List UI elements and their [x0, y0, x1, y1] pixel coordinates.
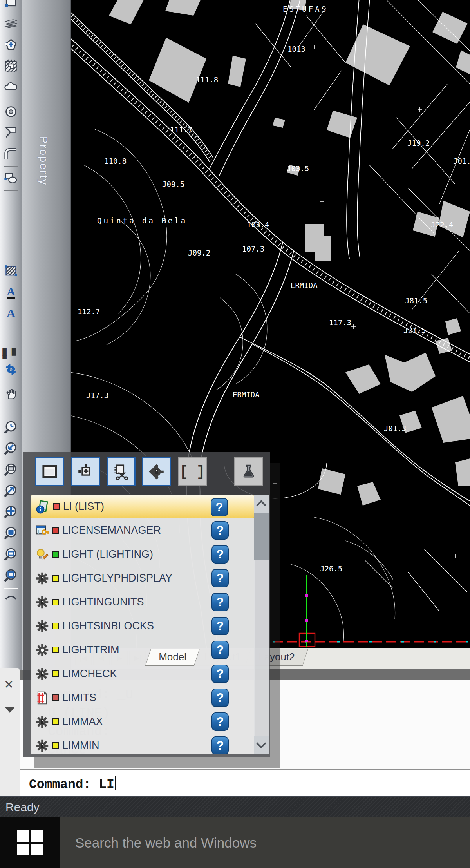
help-button[interactable]: ?: [212, 712, 229, 731]
building-footprints: [109, 0, 470, 506]
command-label: LIMCHECK: [62, 668, 117, 680]
map-label: ERMIDA: [233, 390, 260, 399]
command-window-grip: ✕: [0, 668, 20, 796]
map-label: Quinta da Bela: [97, 216, 187, 225]
undo-redo-icon[interactable]: [2, 361, 20, 379]
donut-icon[interactable]: [2, 103, 20, 121]
scroll-down-button[interactable]: [254, 736, 269, 754]
help-button[interactable]: ?: [212, 593, 229, 611]
start-button[interactable]: [0, 817, 60, 868]
command-color-swatch: [52, 623, 59, 629]
gear-lock-icon: [34, 618, 50, 634]
linetype-dots-icon[interactable]: ■ ■ ■ ■ ■: [2, 350, 20, 357]
help-button[interactable]: ?: [212, 736, 229, 754]
help-button[interactable]: ?: [212, 545, 229, 564]
map-label: J19.2: [407, 139, 430, 147]
sysvar-filter-icon[interactable]: [142, 457, 171, 486]
rectangle-grips-icon[interactable]: [2, 0, 20, 12]
zoom-center-icon[interactable]: [2, 503, 20, 521]
window-filter-icon[interactable]: [35, 457, 64, 486]
taskbar-search-input[interactable]: Search the web and Windows: [60, 817, 470, 868]
pan-hand-icon[interactable]: [2, 385, 20, 403]
polygon-icon[interactable]: [2, 36, 20, 54]
map-label: J81.5: [405, 296, 427, 305]
map-label: 111.8: [196, 75, 218, 84]
zoom-all-icon[interactable]: [2, 567, 20, 585]
scroll-up-button[interactable]: [254, 495, 269, 513]
map-label: J21.5: [403, 326, 426, 335]
layers-stack-icon[interactable]: [2, 15, 20, 33]
autocomplete-filter-toolbar: [ ]: [24, 452, 270, 493]
revcloud-icon[interactable]: [2, 78, 20, 96]
flyout-arc-icon[interactable]: [2, 591, 20, 602]
status-text: Ready: [5, 801, 40, 814]
command-label: LIGHTTRIM: [62, 644, 119, 656]
list-item[interactable]: LIGHTSINBLOCKS ?: [31, 614, 255, 638]
block-filter-icon[interactable]: [71, 457, 100, 486]
search-placeholder: Search the web and Windows: [75, 835, 257, 851]
fillet-icon[interactable]: [2, 145, 20, 163]
list-item[interactable]: LIGHTINGUNITS ?: [31, 590, 255, 614]
command-color-swatch: [52, 742, 59, 749]
help-button[interactable]: ?: [212, 641, 229, 659]
command-label: LI (LIST): [63, 500, 104, 513]
gear-lock-icon: [34, 714, 50, 730]
zoom-object-icon[interactable]: [2, 524, 20, 542]
zoom-window-icon[interactable]: [2, 461, 20, 479]
map-label: 107.3: [242, 245, 264, 253]
command-color-swatch: [52, 599, 59, 605]
tab-model[interactable]: Model: [145, 649, 200, 666]
lightbulb-pencil-icon: [34, 547, 50, 562]
text-icon[interactable]: A: [2, 304, 20, 322]
list-item[interactable]: LICENSEMANAGER ?: [31, 518, 255, 542]
zoom-extents-icon[interactable]: [2, 545, 20, 564]
list-item[interactable]: LIGHTGLYPHDISPLAY ?: [31, 566, 255, 590]
gear-lock-icon: [34, 594, 50, 610]
zoom-scale-icon[interactable]: [2, 482, 20, 500]
gear-lock-icon: [34, 666, 50, 682]
toolbar-divider: [4, 382, 18, 382]
scrollbar-thumb[interactable]: [254, 513, 269, 560]
hatch-icon[interactable]: [2, 262, 20, 280]
list-item[interactable]: LIMCHECK ?: [31, 662, 255, 686]
expression-filter-icon[interactable]: [ ]: [178, 457, 207, 486]
mtext-icon[interactable]: A: [2, 283, 20, 301]
help-button[interactable]: ?: [212, 617, 229, 635]
status-bar-texture: [0, 797, 470, 817]
boundary-hatch-icon[interactable]: [2, 57, 20, 75]
command-color-swatch: [52, 718, 59, 725]
cut-filter-icon[interactable]: [107, 457, 136, 486]
command-line[interactable]: Command: LI: [20, 769, 470, 796]
gear-icon: [34, 642, 50, 658]
zoom-previous-icon[interactable]: [2, 419, 20, 437]
command-input[interactable]: LI: [99, 777, 114, 792]
chevron-down-icon[interactable]: [5, 707, 15, 713]
list-item[interactable]: LIMMAX ?: [31, 710, 255, 734]
help-button[interactable]: ?: [212, 689, 229, 707]
license-manager-icon: [34, 523, 50, 538]
command-color-swatch: [52, 527, 59, 534]
map-label: J03.5: [287, 164, 309, 173]
toolbar-divider: [4, 588, 18, 589]
command-color-swatch: [52, 694, 59, 701]
map-label: J22.4: [431, 220, 453, 229]
list-item[interactable]: LIGHT (LIGHTING) ?: [31, 542, 255, 566]
command-color-swatch: [52, 670, 59, 677]
help-button[interactable]: ?: [212, 521, 229, 540]
help-button[interactable]: ?: [212, 569, 229, 587]
list-item[interactable]: LIMITS ?: [31, 686, 255, 710]
region-icon[interactable]: [2, 169, 20, 187]
list-item[interactable]: LIMMIN ?: [31, 734, 255, 754]
map-label: J01.3: [384, 424, 406, 433]
help-button[interactable]: ?: [211, 498, 228, 516]
help-button[interactable]: ?: [212, 665, 229, 683]
zoom-dynamic-icon[interactable]: [2, 440, 20, 458]
leader-icon[interactable]: [2, 124, 20, 142]
close-icon[interactable]: ✕: [4, 679, 14, 690]
status-bar: Ready: [0, 796, 470, 817]
command-color-swatch: [52, 551, 59, 558]
list-item[interactable]: LI (LIST) ?: [31, 495, 255, 518]
popup-scrollbar[interactable]: [254, 495, 269, 754]
beaker-filter-icon[interactable]: [234, 457, 263, 486]
list-item[interactable]: LIGHTTRIM ?: [31, 638, 255, 662]
